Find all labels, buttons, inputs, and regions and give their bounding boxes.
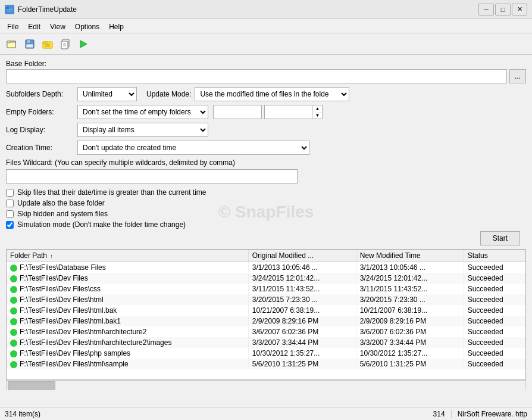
- start-button[interactable]: Start: [480, 231, 520, 245]
- scrollbar-thumb[interactable]: [8, 381, 55, 390]
- cell-status: Succeeded: [464, 305, 525, 316]
- status-icon-green: [10, 361, 17, 368]
- time-down-arrow[interactable]: ▼: [313, 113, 322, 119]
- cell-new: 3/24/2015 12:01:42...: [356, 273, 464, 284]
- toolbar-folder-button[interactable]: [39, 36, 56, 52]
- status-icon-green: [10, 340, 17, 347]
- sort-arrow: ↑: [50, 253, 53, 259]
- cell-path: F:\TestFiles\Database Files: [7, 262, 248, 273]
- toolbar-open-button[interactable]: [4, 36, 20, 52]
- status-icon-green: [10, 297, 17, 304]
- cell-new: 3/20/2015 7:23:30 ...: [356, 294, 464, 305]
- creation-time-label: Creation Time:: [6, 144, 77, 152]
- cell-new: 10/30/2012 1:35:27...: [356, 348, 464, 359]
- update-mode-select[interactable]: Use the modified time of files in the fo…: [195, 87, 349, 101]
- menu-view[interactable]: View: [45, 20, 70, 32]
- svg-rect-11: [43, 42, 47, 43]
- time-spinner[interactable]: ▲ ▼: [312, 105, 322, 119]
- menu-help[interactable]: Help: [104, 20, 129, 32]
- creation-time-select[interactable]: Don't update the created time Update the…: [77, 141, 309, 155]
- svg-rect-8: [27, 40, 30, 43]
- cell-new: 3/1/2013 10:05:46 ...: [356, 262, 464, 273]
- table-row: F:\TestFiles\Dev Files\html.bak12/9/2009…: [7, 316, 525, 326]
- checkbox3-row: Skip hidden and system files: [6, 210, 526, 218]
- status-icon-green: [10, 318, 17, 325]
- maximize-button[interactable]: □: [495, 4, 511, 15]
- empty-date-input[interactable]: 1/ 1/2010: [213, 105, 262, 119]
- update-mode-label: Update Mode:: [146, 90, 191, 98]
- table-row: F:\TestFiles\Dev Files\html.bak10/21/200…: [7, 305, 525, 316]
- checkbox4-label: Simulation mode (Don't make the folder t…: [17, 220, 186, 229]
- results-section: Folder Path ↑ Original Modified ... New …: [6, 249, 526, 390]
- log-display-label: Log Display:: [6, 126, 77, 134]
- empty-time-input[interactable]: 12:00:00 AM: [265, 105, 312, 119]
- col-status[interactable]: Status: [464, 250, 525, 262]
- col-original-modified[interactable]: Original Modified ...: [248, 250, 356, 262]
- cell-path: F:\TestFiles\Dev Files\php samples: [7, 348, 248, 359]
- subfolders-select[interactable]: Unlimited 123: [77, 87, 137, 101]
- close-button[interactable]: ✕: [512, 4, 527, 15]
- browse-button[interactable]: ...: [509, 69, 526, 83]
- base-folder-input[interactable]: F:\TestFiles: [6, 69, 507, 83]
- content-area: Base Folder: F:\TestFiles ... Subfolders…: [0, 55, 532, 245]
- start-btn-row: Start: [6, 231, 526, 245]
- time-up-arrow[interactable]: ▲: [313, 105, 322, 113]
- cell-original: 10/21/2007 6:38:19...: [248, 305, 356, 316]
- checkbox2[interactable]: [6, 200, 14, 207]
- results-container[interactable]: Folder Path ↑ Original Modified ... New …: [6, 249, 526, 380]
- cell-path: F:\TestFiles\Dev Files: [7, 273, 248, 284]
- menu-edit[interactable]: Edit: [23, 20, 45, 32]
- table-row: F:\TestFiles\Dev Files\html\sample5/6/20…: [7, 359, 525, 369]
- cell-status: Succeeded: [464, 316, 525, 326]
- checkbox1[interactable]: [6, 189, 14, 197]
- svg-rect-6: [7, 41, 10, 43]
- cell-new: 5/6/2010 1:31:25 PM: [356, 359, 464, 369]
- cell-path: F:\TestFiles\Dev Files\css: [7, 284, 248, 294]
- cell-original: 3/1/2013 10:05:46 ...: [248, 262, 356, 273]
- cell-path: F:\TestFiles\Dev Files\html\architecture…: [7, 326, 248, 337]
- log-display-select[interactable]: Display all items Display only changed i…: [77, 123, 208, 137]
- status-icon-green: [10, 350, 17, 357]
- cell-new: 2/9/2009 8:29:16 PM: [356, 316, 464, 326]
- checkbox4[interactable]: [6, 221, 14, 229]
- table-row: F:\TestFiles\Dev Files\html\architecture…: [7, 337, 525, 348]
- toolbar-copy-button[interactable]: [57, 36, 74, 52]
- empty-folders-select[interactable]: Don't set the time of empty folders Set …: [77, 105, 208, 119]
- cell-status: Succeeded: [464, 284, 525, 294]
- col-folder-path[interactable]: Folder Path ↑: [7, 250, 248, 262]
- app-icon: [5, 5, 14, 14]
- cell-original: 5/6/2010 1:31:25 PM: [248, 359, 356, 369]
- minimize-button[interactable]: ─: [478, 4, 494, 15]
- horizontal-scrollbar[interactable]: [6, 380, 526, 390]
- table-row: F:\TestFiles\Dev Files3/24/2015 12:01:42…: [7, 273, 525, 284]
- checkbox3-label: Skip hidden and system files: [17, 210, 108, 218]
- cell-status: Succeeded: [464, 273, 525, 284]
- creation-time-row: Creation Time: Don't update the created …: [6, 141, 526, 155]
- checkbox1-row: Skip files that their date/time is great…: [6, 188, 526, 197]
- menu-file[interactable]: File: [2, 20, 23, 32]
- results-table: Folder Path ↑ Original Modified ... New …: [7, 250, 525, 369]
- cell-path: F:\TestFiles\Dev Files\html.bak1: [7, 316, 248, 326]
- checkbox2-row: Update also the base folder: [6, 199, 526, 207]
- table-header-row: Folder Path ↑ Original Modified ... New …: [7, 250, 525, 262]
- status-icon-green: [10, 307, 17, 315]
- cell-original: 10/30/2012 1:35:27...: [248, 348, 356, 359]
- toolbar-save-button[interactable]: [21, 36, 38, 52]
- status-count: 314: [416, 410, 452, 418]
- checkbox4-row: Simulation mode (Don't make the folder t…: [6, 220, 526, 229]
- table-row: F:\TestFiles\Dev Files\php samples10/30/…: [7, 348, 525, 359]
- checkbox2-label: Update also the base folder: [17, 199, 105, 207]
- wildcard-input[interactable]: *: [6, 169, 298, 183]
- svg-rect-9: [26, 44, 33, 48]
- base-folder-label: Base Folder:: [6, 60, 526, 68]
- svg-rect-2: [7, 10, 12, 10]
- cell-status: Succeeded: [464, 294, 525, 305]
- checkbox3[interactable]: [6, 210, 14, 218]
- toolbar-start-button[interactable]: [75, 36, 92, 52]
- menu-options[interactable]: Options: [70, 20, 104, 32]
- status-icon-green: [10, 265, 17, 272]
- status-icon-green: [10, 329, 17, 336]
- statusbar: 314 item(s) 314 NirSoft Freeware. http: [0, 407, 532, 420]
- col-new-modified[interactable]: New Modified Time: [356, 250, 464, 262]
- cell-original: 3/24/2015 12:01:42...: [248, 273, 356, 284]
